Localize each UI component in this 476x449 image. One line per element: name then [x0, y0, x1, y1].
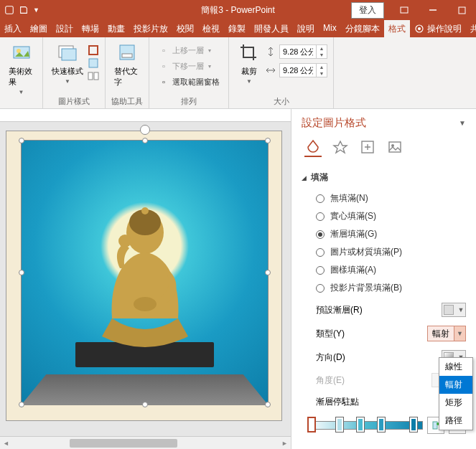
fill-pattern-radio[interactable]: 圖樣填滿(A)	[316, 261, 466, 279]
svg-rect-9	[62, 49, 76, 60]
alt-text-button[interactable]: 替代文字	[111, 40, 143, 89]
tell-me[interactable]: 操作說明	[410, 20, 466, 37]
panel-title: 設定圖片格式	[302, 116, 366, 130]
slide[interactable]	[6, 131, 282, 421]
share-button[interactable]: 共	[466, 20, 476, 37]
type-label: 類型(Y)	[316, 328, 345, 340]
artistic-effects-button[interactable]: 美術效果 ▼	[6, 40, 37, 97]
tab-help[interactable]: 說明	[293, 20, 319, 37]
svg-rect-3	[459, 7, 465, 14]
bring-forward-button[interactable]: ▫上移一層▾	[155, 43, 223, 57]
tab-record[interactable]: 錄製	[224, 20, 250, 37]
fill-gradient-radio[interactable]: 漸層填滿(G)	[316, 225, 466, 243]
effects-icon[interactable]	[332, 140, 349, 157]
fill-picture-radio[interactable]: 圖片或材質填滿(P)	[316, 243, 466, 261]
gradient-bar[interactable]	[307, 417, 423, 434]
dropdown-path[interactable]: 路徑	[439, 412, 472, 430]
svg-point-7	[17, 49, 21, 53]
svg-rect-12	[88, 72, 93, 80]
height-spinner[interactable]: ▲▼	[279, 44, 327, 59]
picture-effects-icon[interactable]	[88, 57, 99, 69]
autosave-icon[interactable]	[4, 5, 14, 15]
ribbon-display-icon[interactable]	[390, 0, 419, 20]
accessibility-group-label: 協助工具	[111, 95, 143, 107]
size-group-label: 大小	[274, 95, 289, 107]
svg-point-18	[141, 207, 149, 214]
resize-handle-bm[interactable]	[142, 402, 148, 407]
fill-none-radio[interactable]: 無填滿(N)	[316, 189, 466, 207]
dropdown-linear[interactable]: 線性	[439, 358, 472, 376]
svg-rect-10	[89, 46, 98, 55]
fill-solid-radio[interactable]: 實心填滿(S)	[316, 207, 466, 225]
resize-handle-tl[interactable]	[19, 138, 24, 143]
gradient-stops-label: 漸層停駐點	[316, 396, 359, 408]
resize-handle-ml[interactable]	[19, 270, 24, 275]
gradient-stop-1[interactable]	[307, 417, 316, 433]
resize-handle-mr[interactable]	[265, 270, 271, 275]
panel-dropdown-icon[interactable]: ▼	[459, 119, 466, 127]
svg-point-20	[134, 297, 157, 311]
resize-handle-tm[interactable]	[142, 138, 148, 143]
svg-point-5	[418, 27, 421, 30]
tab-draw[interactable]: 繪圖	[26, 20, 52, 37]
crop-button[interactable]: 裁剪 ▼	[235, 40, 263, 86]
arrange-group-label: 排列	[181, 95, 197, 107]
tab-review[interactable]: 校閱	[172, 20, 198, 37]
tab-animations[interactable]: 動畫	[103, 20, 129, 37]
svg-rect-24	[433, 422, 437, 429]
angle-label: 角度(E)	[316, 374, 345, 387]
tab-insert[interactable]: 插入	[0, 20, 26, 37]
width-spinner[interactable]: ▲▼	[279, 63, 327, 77]
tab-slideshow[interactable]: 投影片放	[129, 20, 172, 37]
size-props-icon[interactable]	[359, 140, 376, 157]
resize-handle-tr[interactable]	[265, 138, 271, 143]
selected-picture[interactable]	[21, 140, 269, 405]
picture-props-icon[interactable]	[386, 140, 403, 157]
preset-gradient-picker[interactable]: ▼	[442, 303, 466, 317]
minimize-icon[interactable]	[419, 0, 447, 20]
tab-mix[interactable]: Mix	[319, 20, 341, 37]
tab-transitions[interactable]: 轉場	[78, 20, 103, 37]
picture-content	[22, 141, 268, 405]
dropdown-rectangular[interactable]: 矩形	[439, 394, 472, 412]
qat-dropdown[interactable]: ▼	[33, 6, 39, 14]
quick-styles-button[interactable]: 快速樣式 ▼	[49, 40, 86, 86]
type-dropdown: 線性 輻射 矩形 路徑	[439, 357, 473, 430]
horizontal-scrollbar[interactable]: ◄ ►	[0, 436, 291, 449]
selection-pane-button[interactable]: ▫選取範圍窗格	[155, 75, 223, 89]
svg-rect-22	[389, 142, 401, 152]
login-button[interactable]: 登入	[351, 2, 384, 19]
type-combo[interactable]: 輻射▼	[427, 326, 466, 341]
maximize-icon[interactable]	[447, 0, 476, 20]
tab-developer[interactable]: 開發人員	[250, 20, 293, 37]
fill-slidebg-radio[interactable]: 投影片背景填滿(B)	[316, 279, 466, 297]
tab-view[interactable]: 檢視	[198, 20, 224, 37]
titlebar: ▼ 簡報3 - PowerPoint 登入	[0, 0, 476, 20]
save-icon[interactable]	[19, 5, 29, 15]
gradient-stop-5[interactable]	[409, 417, 418, 433]
dropdown-radial[interactable]: 輻射	[439, 376, 472, 394]
fill-line-icon[interactable]	[304, 140, 322, 157]
fill-section-header[interactable]: ◢填滿	[291, 166, 476, 188]
svg-point-19	[118, 235, 131, 247]
gradient-stop-3[interactable]	[356, 417, 365, 433]
gradient-stop-2[interactable]	[335, 417, 344, 433]
picture-layout-icon[interactable]	[88, 70, 99, 82]
tab-design[interactable]: 設計	[52, 20, 78, 37]
resize-handle-br[interactable]	[265, 402, 271, 407]
slide-canvas-area: ◄ ►	[0, 109, 291, 449]
rotate-handle[interactable]	[140, 125, 150, 135]
crop-label: 裁剪	[241, 66, 257, 77]
scrollbar-thumb[interactable]	[70, 439, 177, 448]
send-backward-button[interactable]: ▫下移一層▾	[155, 59, 223, 73]
tab-storyboard[interactable]: 分鏡腳本	[341, 20, 384, 37]
tab-format[interactable]: 格式	[384, 20, 410, 37]
horizontal-ruler	[0, 109, 291, 122]
svg-rect-13	[94, 72, 98, 80]
picture-border-icon[interactable]	[88, 44, 99, 56]
gradient-stop-4[interactable]	[377, 417, 386, 433]
resize-handle-bl[interactable]	[19, 402, 24, 407]
quick-styles-label: 快速樣式	[52, 66, 83, 77]
svg-rect-11	[89, 59, 98, 67]
tell-me-label: 操作說明	[427, 23, 462, 35]
